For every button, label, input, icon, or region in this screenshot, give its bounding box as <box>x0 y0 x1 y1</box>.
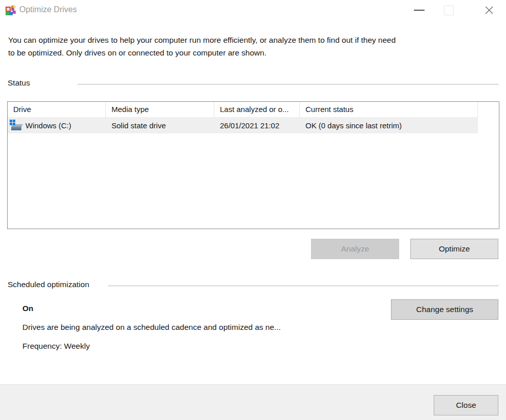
window-title: Optimize Drives <box>19 5 77 14</box>
defrag-app-icon <box>5 5 16 16</box>
last-analyzed-cell: 26/01/2021 21:02 <box>214 121 300 130</box>
analyze-button[interactable]: Analyze <box>311 239 399 259</box>
column-header-media-type[interactable]: Media type <box>106 102 214 117</box>
schedule-state: On <box>22 304 34 313</box>
close-icon <box>484 5 495 16</box>
column-header-current-status[interactable]: Current status <box>300 102 478 117</box>
current-status-cell: OK (0 days since last retrim) <box>300 121 478 130</box>
maximize-icon <box>444 6 454 15</box>
drive-cell: Windows (C:) <box>8 119 106 131</box>
minimize-icon <box>414 10 425 11</box>
column-header-last-analyzed[interactable]: Last analyzed or o... <box>214 102 300 117</box>
listview-header: Drive Media type Last analyzed or o... C… <box>8 102 499 117</box>
close-button[interactable]: Close <box>434 395 498 415</box>
drive-name: Windows (C:) <box>25 121 71 130</box>
schedule-frequency: Frequency: Weekly <box>22 342 90 351</box>
description-line-2: to be optimized. Only drives on or conne… <box>8 46 396 59</box>
optimize-button[interactable]: Optimize <box>410 239 498 259</box>
drives-listview: Drive Media type Last analyzed or o... C… <box>7 101 499 229</box>
maximize-button[interactable] <box>437 0 460 20</box>
optimize-drives-window: Optimize Drives You can optimize your dr… <box>0 0 506 420</box>
media-type-cell: Solid state drive <box>106 121 214 130</box>
minimize-button[interactable] <box>407 0 431 20</box>
column-header-drive[interactable]: Drive <box>8 102 106 117</box>
dialog-footer: Close <box>0 384 506 420</box>
schedule-description: Drives are being analyzed on a scheduled… <box>22 323 281 332</box>
status-divider <box>77 84 499 85</box>
status-section-heading: Status <box>8 78 30 88</box>
drive-row-windows-c[interactable]: Windows (C:) Solid state drive 26/01/202… <box>8 117 478 133</box>
description-line-1: You can optimize your drives to help you… <box>8 34 396 46</box>
titlebar: Optimize Drives <box>0 0 506 20</box>
system-drive-icon <box>9 119 23 131</box>
dialog-description: You can optimize your drives to help you… <box>8 34 396 59</box>
close-window-button[interactable] <box>477 0 501 20</box>
scheduled-section-heading: Scheduled optimization <box>8 280 89 289</box>
scheduled-divider <box>108 286 499 286</box>
change-settings-button[interactable]: Change settings <box>391 299 498 320</box>
